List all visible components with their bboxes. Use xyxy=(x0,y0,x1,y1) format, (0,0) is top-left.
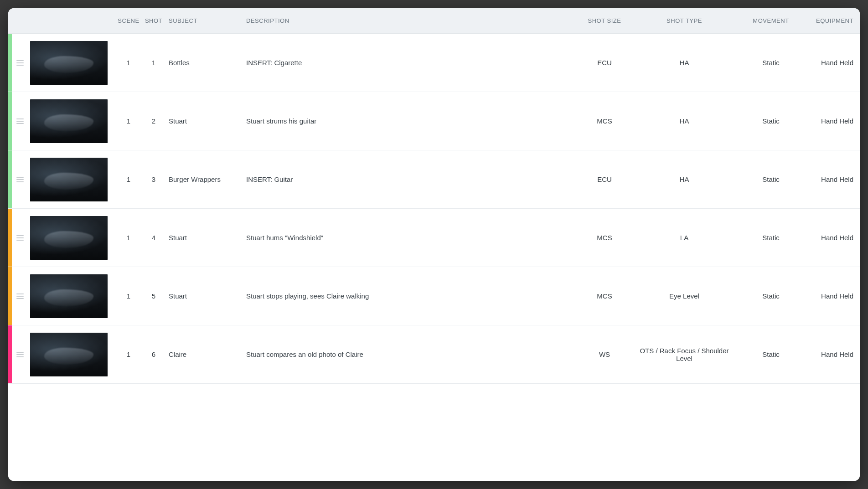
cell-shot-type[interactable]: Eye Level xyxy=(632,292,737,300)
drag-handle-cell xyxy=(12,177,28,182)
cell-shot-type[interactable]: LA xyxy=(632,234,737,242)
cell-equipment[interactable]: Hand Held xyxy=(805,175,860,183)
cell-scene: 1 xyxy=(115,117,142,125)
column-header-shot-type[interactable]: SHOT TYPE xyxy=(632,17,737,24)
cell-movement[interactable]: Static xyxy=(737,175,805,183)
cell-movement[interactable]: Static xyxy=(737,117,805,125)
cell-shot-type[interactable]: OTS / Rack Focus / Shoulder Level xyxy=(632,347,737,362)
cell-shot: 5 xyxy=(142,292,165,300)
cell-equipment[interactable]: Hand Held xyxy=(805,117,860,125)
cell-equipment[interactable]: Hand Held xyxy=(805,59,860,67)
cell-shot-type[interactable]: HA xyxy=(632,117,737,125)
shot-list-window: SCENE SHOT SUBJECT DESCRIPTION SHOT SIZE… xyxy=(8,8,860,481)
drag-handle-icon[interactable] xyxy=(16,177,24,182)
drag-handle-icon[interactable] xyxy=(16,118,24,124)
shot-thumbnail[interactable] xyxy=(30,158,108,201)
drag-handle-icon[interactable] xyxy=(16,352,24,357)
thumbnail-cell xyxy=(28,216,115,260)
column-header-description[interactable]: DESCRIPTION xyxy=(243,17,577,24)
drag-handle-icon[interactable] xyxy=(16,60,24,66)
column-header-shot[interactable]: SHOT xyxy=(142,17,165,24)
cell-shot: 2 xyxy=(142,117,165,125)
column-header-shot-size[interactable]: SHOT SIZE xyxy=(577,17,632,24)
cell-scene: 1 xyxy=(115,350,142,358)
shot-row[interactable]: 16ClaireStuart compares an old photo of … xyxy=(8,325,860,384)
cell-subject[interactable]: Burger Wrappers xyxy=(165,175,243,183)
cell-subject[interactable]: Stuart xyxy=(165,234,243,242)
cell-shot: 4 xyxy=(142,234,165,242)
cell-description[interactable]: INSERT: Cigarette xyxy=(243,59,577,67)
cell-equipment[interactable]: Hand Held xyxy=(805,350,860,358)
cell-description[interactable]: Stuart strums his guitar xyxy=(243,117,577,125)
cell-shot-size[interactable]: ECU xyxy=(577,59,632,67)
color-strip xyxy=(8,92,12,150)
drag-handle-icon[interactable] xyxy=(16,235,24,241)
drag-handle-cell xyxy=(12,235,28,241)
drag-handle-cell xyxy=(12,118,28,124)
cell-movement[interactable]: Static xyxy=(737,292,805,300)
color-strip xyxy=(8,267,12,325)
color-strip xyxy=(8,209,12,267)
shot-thumbnail[interactable] xyxy=(30,274,108,318)
cell-shot: 6 xyxy=(142,350,165,358)
drag-handle-cell xyxy=(12,293,28,299)
cell-shot-size[interactable]: MCS xyxy=(577,117,632,125)
cell-scene: 1 xyxy=(115,59,142,67)
cell-description[interactable]: INSERT: Guitar xyxy=(243,175,577,183)
cell-subject[interactable]: Stuart xyxy=(165,292,243,300)
shot-rows-container[interactable]: 11BottlesINSERT: CigaretteECUHAStaticHan… xyxy=(8,34,860,481)
cell-shot-type[interactable]: HA xyxy=(632,59,737,67)
cell-shot: 1 xyxy=(142,59,165,67)
shot-row[interactable]: 11BottlesINSERT: CigaretteECUHAStaticHan… xyxy=(8,34,860,92)
cell-shot-type[interactable]: HA xyxy=(632,175,737,183)
cell-subject[interactable]: Stuart xyxy=(165,117,243,125)
cell-shot-size[interactable]: MCS xyxy=(577,292,632,300)
drag-handle-icon[interactable] xyxy=(16,293,24,299)
shot-thumbnail[interactable] xyxy=(30,41,108,85)
drag-handle-cell xyxy=(12,60,28,66)
cell-equipment[interactable]: Hand Held xyxy=(805,292,860,300)
cell-shot-size[interactable]: MCS xyxy=(577,234,632,242)
cell-description[interactable]: Stuart stops playing, sees Claire walkin… xyxy=(243,292,577,300)
cell-scene: 1 xyxy=(115,175,142,183)
cell-description[interactable]: Stuart hums "Windshield" xyxy=(243,234,577,242)
column-header-row: SCENE SHOT SUBJECT DESCRIPTION SHOT SIZE… xyxy=(8,8,860,34)
cell-shot: 3 xyxy=(142,175,165,183)
shot-row[interactable]: 14StuartStuart hums "Windshield"MCSLASta… xyxy=(8,209,860,267)
shot-thumbnail[interactable] xyxy=(30,99,108,143)
thumbnail-cell xyxy=(28,41,115,85)
column-header-movement[interactable]: MOVEMENT xyxy=(737,17,805,24)
column-header-subject[interactable]: SUBJECT xyxy=(165,17,243,24)
shot-thumbnail[interactable] xyxy=(30,333,108,376)
cell-movement[interactable]: Static xyxy=(737,234,805,242)
drag-handle-cell xyxy=(12,352,28,357)
color-strip xyxy=(8,325,12,383)
cell-subject[interactable]: Bottles xyxy=(165,59,243,67)
shot-row[interactable]: 12StuartStuart strums his guitarMCSHASta… xyxy=(8,92,860,150)
shot-row[interactable]: 15StuartStuart stops playing, sees Clair… xyxy=(8,267,860,325)
color-strip xyxy=(8,34,12,92)
cell-subject[interactable]: Claire xyxy=(165,350,243,358)
thumbnail-cell xyxy=(28,99,115,143)
cell-description[interactable]: Stuart compares an old photo of Claire xyxy=(243,350,577,358)
cell-movement[interactable]: Static xyxy=(737,350,805,358)
column-header-equipment[interactable]: EQUIPMENT xyxy=(805,17,860,24)
color-strip xyxy=(8,150,12,208)
cell-shot-size[interactable]: WS xyxy=(577,350,632,358)
cell-shot-size[interactable]: ECU xyxy=(577,175,632,183)
cell-equipment[interactable]: Hand Held xyxy=(805,234,860,242)
column-header-scene[interactable]: SCENE xyxy=(115,17,142,24)
thumbnail-cell xyxy=(28,333,115,376)
thumbnail-cell xyxy=(28,274,115,318)
cell-scene: 1 xyxy=(115,234,142,242)
cell-scene: 1 xyxy=(115,292,142,300)
shot-row[interactable]: 13Burger WrappersINSERT: GuitarECUHAStat… xyxy=(8,150,860,209)
thumbnail-cell xyxy=(28,158,115,201)
cell-movement[interactable]: Static xyxy=(737,59,805,67)
shot-thumbnail[interactable] xyxy=(30,216,108,260)
